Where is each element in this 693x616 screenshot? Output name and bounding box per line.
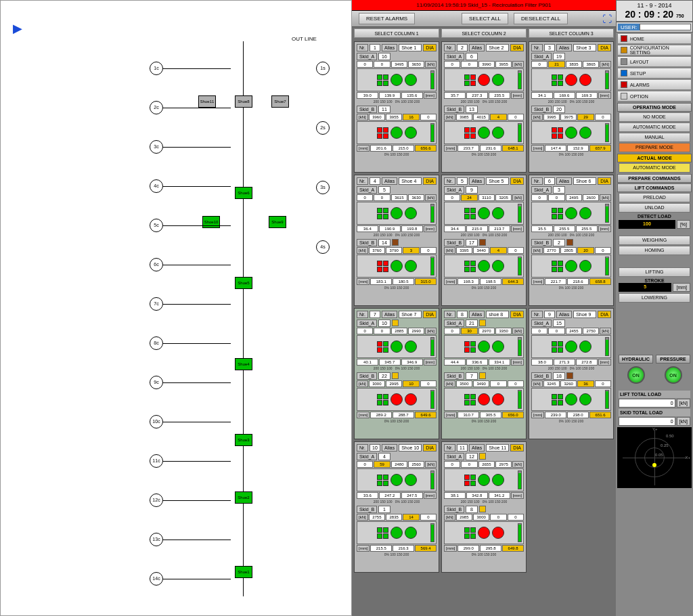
skid-indicator	[479, 506, 486, 512]
dia-button[interactable]: DIA	[510, 44, 524, 51]
mode-manual[interactable]: MANUAL	[619, 133, 690, 142]
control-panel: 11 - 9 - 2014 20 : 09 : 20 750 USER: HOM…	[616, 0, 693, 616]
time: 20 : 09 : 20	[625, 9, 673, 20]
user-label: USER:	[618, 24, 640, 30]
config-icon	[621, 47, 627, 53]
select-col-3[interactable]: SELECT COLUMN 3	[529, 28, 614, 38]
shoe-card-2[interactable]: Nr. 2 Alias Shoe 2 DIA Skid_A6 003990395…	[441, 41, 527, 173]
dia-button[interactable]: DIA	[598, 44, 611, 51]
shoe-card-3[interactable]: Nr. 3 Alias Shoe 3 DIA Skid_A19 02138353…	[529, 41, 614, 173]
cmd-weighing[interactable]: WEIGHING	[619, 236, 690, 245]
diagram-shoe11: Shoe11	[198, 95, 216, 108]
skid-indicator	[479, 239, 486, 246]
detect-load-value: 100	[619, 220, 675, 229]
shoe-card-5[interactable]: Nr. 5 Alias Shoe 5 DIA Skid_A9 024311032…	[441, 175, 527, 306]
diagram-shoe6: Shoe6	[235, 187, 252, 199]
dia-button[interactable]: DIA	[423, 177, 437, 185]
dia-button[interactable]: DIA	[510, 311, 524, 318]
shoe-card-1[interactable]: Nr. 1 Alias Shoe 1 DIA Skid_A16 00349536…	[354, 41, 439, 173]
user-field[interactable]	[640, 24, 691, 30]
dia-button[interactable]: DIA	[423, 311, 437, 318]
deselect-all-button[interactable]: DESELECT ALL	[514, 13, 568, 24]
menu-alarms[interactable]: ALARMS	[617, 79, 692, 90]
cmd-preload[interactable]: PRELOAD	[619, 193, 690, 202]
card-nr: 7	[370, 311, 380, 318]
reset-alarms-button[interactable]: RESET ALARMS	[359, 13, 415, 24]
dia-button[interactable]: DIA	[510, 444, 524, 452]
select-all-button[interactable]: SELECT ALL	[462, 13, 508, 24]
shoe-card-6[interactable]: Nr. 6 Alias Shoe 6 DIA Skid_A3 002495260…	[529, 175, 614, 306]
shoe-card-11[interactable]: Nr. 11 Alias Shoe 11 DIA Skid_A12 002655…	[441, 441, 527, 573]
gauge	[444, 68, 524, 91]
menu-config[interactable]: CONFIGURATION SETTING	[617, 45, 692, 56]
menu-setup[interactable]: SETUP	[617, 68, 692, 79]
diagram-shoe5: Shoe5	[235, 277, 252, 289]
card-alias: Shoe 3	[573, 44, 596, 51]
dia-button[interactable]: DIA	[423, 44, 437, 51]
home-icon	[621, 35, 627, 42]
dia-button[interactable]: DIA	[598, 177, 611, 185]
cmd-lifting[interactable]: LIFTING	[619, 267, 690, 277]
hydraulic-led[interactable]: ON	[627, 366, 645, 384]
skid-indicator	[392, 372, 399, 379]
expand-icon[interactable]: ⛶	[602, 14, 612, 24]
gauge	[531, 121, 611, 144]
card-nr: 4	[370, 177, 380, 185]
diagram-left-2c: 2c	[150, 101, 163, 114]
card-nr: 1	[370, 44, 380, 51]
select-col-2[interactable]: SELECT COLUMN 2	[441, 28, 527, 38]
dia-button[interactable]: DIA	[510, 177, 524, 185]
gauge	[357, 68, 437, 91]
mode-auto[interactable]: AUTOMATIC MODE	[619, 123, 690, 132]
diagram-left-10c: 10c	[150, 415, 163, 428]
card-alias: Shoe 9	[573, 311, 596, 318]
lift-total-box: LIFT TOTAL LOAD 0[kN]	[619, 391, 690, 408]
column-headers: SELECT COLUMN 1 SELECT COLUMN 2 SELECT C…	[352, 27, 616, 39]
shoe-card-9[interactable]: Nr. 9 Alias Shoe 9 DIA Skid_A15 00245527…	[529, 308, 614, 439]
detect-load-label: DETECT LOAD	[619, 214, 690, 219]
card-nr: 9	[544, 311, 555, 318]
menu-layout[interactable]: LAYOUT	[617, 56, 692, 67]
diagram-left-8c: 8c	[150, 336, 163, 350]
gauge	[444, 468, 524, 491]
mode-prepare[interactable]: PREPARE MODE	[619, 143, 690, 152]
diagram-right-3s: 3s	[316, 181, 330, 194]
skid-indicator	[392, 320, 399, 326]
dia-button[interactable]: DIA	[423, 444, 437, 452]
mode-no[interactable]: NO MODE	[619, 112, 690, 122]
cmd-unload[interactable]: UNLOAD	[619, 203, 690, 213]
card-nr: 6	[544, 177, 555, 185]
card-alias: Shoe 2	[486, 44, 509, 51]
menu-option[interactable]: OPTION	[617, 91, 692, 102]
actual-mode-value: AUTOMATIC MODE	[619, 163, 690, 173]
shoe-card-8[interactable]: Nr. 8 Alias shoe 8 DIA Skid_A21 03029703…	[441, 308, 527, 439]
op-mode-header: OPERATING MODE	[617, 103, 692, 112]
alarm-icon	[621, 81, 627, 88]
dia-button[interactable]: DIA	[598, 311, 611, 318]
card-alias: Shoe 4	[399, 177, 422, 185]
diagram-shoe1: Shoe1	[235, 566, 252, 578]
diagram-shoe10: Shoe10	[202, 216, 220, 228]
shoe-card-4[interactable]: Nr. 4 Alias Shoe 4 DIA Skid_A5 003615363…	[354, 175, 439, 306]
card-alias: Shoe 7	[399, 311, 422, 318]
diagram-right-4s: 4s	[316, 240, 330, 254]
cmd-homing[interactable]: HOMING	[619, 246, 690, 255]
select-col-1[interactable]: SELECT COLUMN 1	[354, 28, 439, 38]
shoe-card-10[interactable]: Nr. 10 Alias Shoe 10 DIA Skid_A4 0592480…	[354, 441, 439, 573]
card-nr: 5	[457, 177, 468, 185]
diagram-shoe4: Shoe4	[235, 358, 252, 370]
gauge	[531, 335, 611, 358]
skid-indicator	[566, 239, 573, 246]
outline-label: OUT LINE	[292, 36, 317, 42]
cmd-lowering[interactable]: LOWERING	[619, 293, 690, 303]
menu-home[interactable]: HOME	[617, 33, 692, 44]
stroke-box: STROKE 5[mm]	[619, 278, 690, 292]
gauge	[357, 121, 437, 144]
diagram-left-4c: 4c	[150, 179, 163, 193]
diagram-shoe9: Shoe9	[269, 216, 286, 228]
diagram-shoe3: Shoe3	[235, 434, 252, 446]
shoe-card-7[interactable]: Nr. 7 Alias Shoe 7 DIA Skid_A10 00288529…	[354, 308, 439, 439]
pressure-led[interactable]: ON	[665, 366, 682, 384]
grid-panel: 11/09/2014 19:58:19 Skid_15 - Recirculat…	[352, 0, 616, 616]
stroke-value[interactable]: 5	[619, 283, 671, 292]
